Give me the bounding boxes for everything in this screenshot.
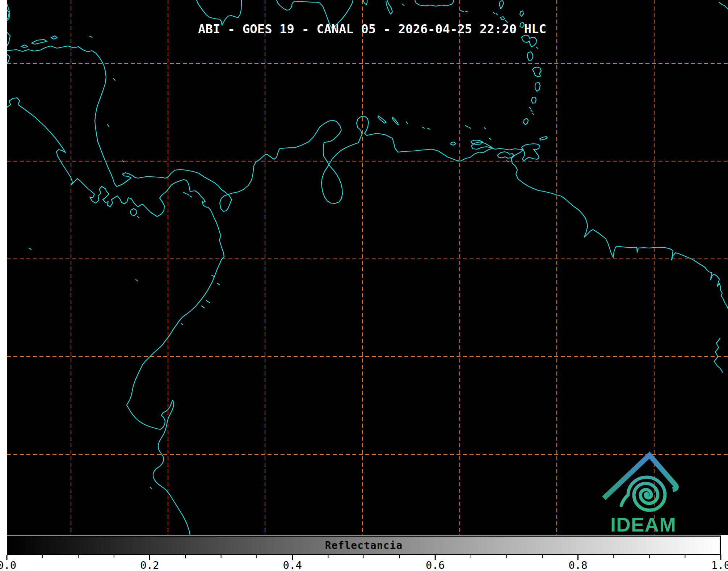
island-path [136,280,138,281]
coastline-path [415,0,454,6]
map-title: ABI - GOES 19 - CANAL 05 - 2026-04-25 22… [198,22,546,36]
coastline-path [7,46,728,308]
satellite-product-figure: { "header": { "title": "ABI - GOES 19 - … [0,0,728,571]
island-path [51,36,57,39]
island-path [527,52,533,60]
island-path [406,122,408,124]
coastline-path [7,33,10,46]
coastline-path [386,0,392,14]
island-path [529,107,534,114]
island-path [500,1,504,9]
island-path [422,127,430,129]
island-path [506,161,509,162]
island-path [484,127,486,129]
coastline-path [363,0,367,5]
island-path [130,209,136,216]
ideam-logo-text: IDEAM [610,513,676,535]
satellite-map: ABI - GOES 19 - CANAL 05 - 2026-04-25 22… [7,0,728,535]
tick-label: 0.2 [140,559,159,571]
island-path [497,152,514,158]
island-path [108,125,109,127]
coastline-path [714,338,723,372]
colorbar-tick-labels: 0.00.20.40.60.81.0 [0,559,728,571]
island-path [493,12,497,15]
coastline-path [7,54,10,64]
island-path [535,83,540,91]
tick-label: 0.4 [283,559,302,571]
island-path [202,275,220,308]
colorbar-ticks [7,555,721,560]
colorbar-axis: 0.00.20.40.60.81.0 [7,555,728,571]
coastlines [7,0,728,535]
tick-label: 0.0 [0,559,16,571]
island-path [402,4,404,5]
island-path [31,39,47,44]
island-path [460,11,468,12]
island-path [150,487,152,488]
reflectance-colorbar: Reflectancia [7,536,721,555]
island-path [522,35,536,47]
ideam-logo-spiral-icon [621,477,665,510]
tick-label: 0.8 [568,559,587,571]
island-path [533,67,541,77]
island-path [122,161,124,162]
island-path [500,17,505,20]
map-canvas: ABI - GOES 19 - CANAL 05 - 2026-04-25 22… [7,0,728,535]
island-path [184,192,192,197]
island-path [21,45,28,47]
colorbar-label: Reflectancia [325,539,403,551]
island-path [520,11,523,16]
island-path [540,137,547,140]
island-path [29,248,31,249]
coastline-path [7,98,224,535]
island-path [522,144,539,161]
ideam-logo: IDEAM [604,455,676,535]
island-path [466,126,471,128]
island-path [392,117,398,125]
island-path [113,79,115,80]
island-path [523,118,528,125]
island-path [181,323,183,325]
tick-label: 0.6 [426,559,445,571]
island-path [451,142,456,145]
tick-label: 1.0 [711,559,728,571]
island-path [138,217,139,218]
island-path [378,116,386,123]
island-path [536,47,538,49]
island-path [531,97,536,103]
island-path [489,138,491,139]
island-path [90,36,92,37]
coastline-path [719,2,728,9]
